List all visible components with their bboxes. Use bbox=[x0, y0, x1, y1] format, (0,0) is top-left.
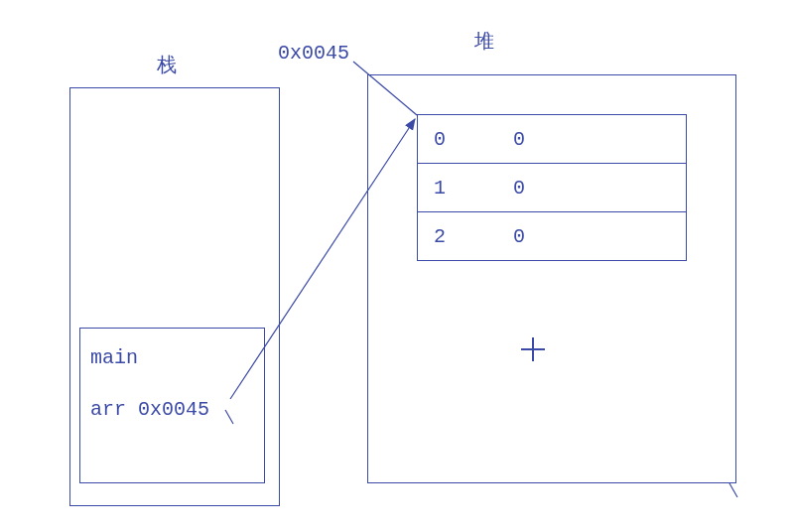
frame-main-label: main bbox=[90, 346, 138, 369]
heap-row: 1 0 bbox=[418, 164, 686, 212]
heap-cell-value: 0 bbox=[473, 128, 525, 151]
heap-row: 2 0 bbox=[418, 212, 686, 261]
heap-row: 0 0 bbox=[418, 115, 686, 164]
heap-cell-value: 0 bbox=[473, 177, 525, 200]
heap-table: 0 0 1 0 2 0 bbox=[417, 114, 687, 261]
tick-mark bbox=[729, 483, 737, 497]
diagram-canvas: 栈 堆 0x0045 main arr 0x0045 0 0 1 0 2 0 bbox=[0, 0, 794, 532]
stack-title: 栈 bbox=[157, 52, 177, 78]
heap-cell-index: 1 bbox=[418, 177, 473, 200]
address-label: 0x0045 bbox=[278, 42, 349, 65]
heap-cell-value: 0 bbox=[473, 225, 525, 248]
heap-title: 堆 bbox=[474, 28, 494, 55]
frame-arr-label: arr 0x0045 bbox=[90, 398, 209, 421]
heap-cell-index: 0 bbox=[418, 128, 473, 151]
cursor-cross-icon bbox=[521, 337, 545, 361]
stack-frame: main arr 0x0045 bbox=[79, 328, 265, 483]
heap-cell-index: 2 bbox=[418, 225, 473, 248]
